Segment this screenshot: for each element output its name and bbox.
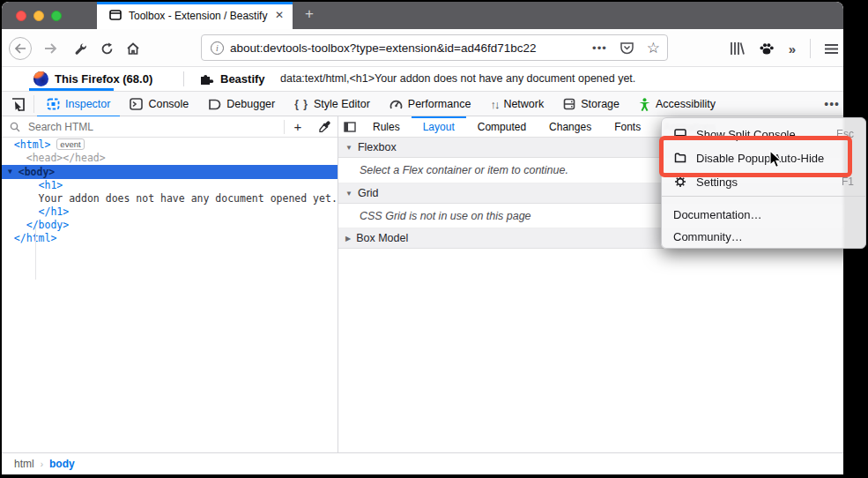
node-h1-open[interactable]: <h1> xyxy=(2,179,338,192)
devtools-tabs: Inspector Console Debugger { } Style xyxy=(37,92,725,116)
menu-separator xyxy=(662,196,865,197)
forward-button[interactable] xyxy=(39,37,62,60)
tab-network[interactable]: ↑↓ Network xyxy=(480,92,553,116)
url-bar[interactable]: i about:devtools-toolbox?type=extension&… xyxy=(201,34,668,61)
page-actions-icon[interactable]: ••• xyxy=(592,41,607,55)
inspector-markup-panel: + <html> event <head></head> ▼ <body> <h… xyxy=(2,116,338,453)
menu-item-documentation[interactable]: Documentation… xyxy=(662,203,865,226)
breadcrumb-body[interactable]: body xyxy=(49,458,75,470)
addon-puzzle-icon xyxy=(199,71,214,86)
toolbar-separator xyxy=(810,39,811,58)
search-html-row: + xyxy=(2,116,338,138)
breadcrumb: html › body xyxy=(2,452,843,474)
runtime-target-label[interactable]: This Firefox (68.0) xyxy=(55,72,152,86)
home-icon[interactable] xyxy=(122,37,145,60)
sidebar-tab-computed[interactable]: Computed xyxy=(466,116,538,137)
sidebar-toggle-icon[interactable] xyxy=(338,116,361,137)
tab-close-icon[interactable]: ✕ xyxy=(275,9,284,21)
event-badge[interactable]: event xyxy=(56,138,84,150)
toolbox-tab-icon xyxy=(109,10,122,20)
tab-bar: Toolbox - Extension / Beastify ✕ + xyxy=(2,2,843,29)
mac-close-button[interactable] xyxy=(16,11,26,21)
hamburger-menu-icon[interactable] xyxy=(825,43,838,55)
wrench-icon[interactable] xyxy=(69,37,92,60)
mac-minimize-button[interactable] xyxy=(33,11,44,21)
tab-storage[interactable]: Storage xyxy=(553,92,629,116)
page-info-icon[interactable]: i xyxy=(211,41,224,55)
devtools-more-icon[interactable]: ••• xyxy=(824,97,840,111)
navigation-toolbar: i about:devtools-toolbox?type=extension&… xyxy=(2,29,843,67)
devtools-toolbar: Inspector Console Debugger { } Style xyxy=(2,92,843,116)
runtime-bar: This Firefox (68.0) Beastify data:text/h… xyxy=(2,67,843,92)
tab-debugger[interactable]: Debugger xyxy=(198,92,285,116)
tab-performance[interactable]: Performance xyxy=(380,92,481,116)
mac-zoom-button[interactable] xyxy=(51,11,62,21)
tab-console[interactable]: Console xyxy=(120,92,198,116)
node-body-close[interactable]: </body> xyxy=(2,219,338,232)
tab-accessibility[interactable]: Accessibility xyxy=(629,92,725,116)
sidebar-tab-layout[interactable]: Layout xyxy=(412,116,466,137)
markup-tree: <html> event <head></head> ▼ <body> <h1>… xyxy=(2,138,338,245)
search-html-input[interactable] xyxy=(28,121,284,133)
addon-document-url: data:text/html,<h1>Your addon does not h… xyxy=(280,72,635,85)
eyedropper-icon[interactable] xyxy=(311,121,338,132)
add-node-button[interactable]: + xyxy=(285,119,311,134)
library-icon[interactable] xyxy=(730,41,745,56)
paw-extension-icon[interactable] xyxy=(759,41,775,56)
gear-icon xyxy=(673,176,687,188)
node-html-open[interactable]: <html> event xyxy=(2,138,338,152)
mouse-cursor xyxy=(768,150,784,169)
runtime-active-indicator xyxy=(29,88,114,91)
pocket-icon[interactable] xyxy=(619,41,634,56)
devtools-separator xyxy=(33,95,34,113)
search-icon xyxy=(2,122,28,132)
style-editor-icon: { } xyxy=(294,98,308,110)
browser-tab[interactable]: Toolbox - Extension / Beastify ✕ xyxy=(97,2,293,29)
new-tab-button[interactable]: + xyxy=(305,5,314,23)
sidebar-tab-rules[interactable]: Rules xyxy=(361,116,412,137)
console-icon xyxy=(130,98,143,110)
sidebar-tab-changes[interactable]: Changes xyxy=(538,116,603,137)
breadcrumb-html[interactable]: html xyxy=(14,458,34,470)
inspector-icon xyxy=(47,98,60,110)
storage-icon xyxy=(563,98,575,110)
active-tab-indicator xyxy=(97,2,293,4)
bookmark-star-icon[interactable]: ☆ xyxy=(647,39,660,57)
url-text[interactable]: about:devtools-toolbox?type=extension&id… xyxy=(230,41,565,55)
back-button[interactable] xyxy=(9,37,32,60)
element-picker-icon[interactable] xyxy=(9,95,28,113)
reload-icon[interactable] xyxy=(95,37,118,60)
node-body-selected[interactable]: ▼ <body> xyxy=(2,165,338,179)
node-h1-close[interactable]: </h1> xyxy=(2,205,338,219)
twisty-open-icon[interactable]: ▼ xyxy=(8,168,12,176)
box-model-twisty-icon[interactable]: ▶ xyxy=(345,235,351,243)
breadcrumb-separator-icon: › xyxy=(41,459,43,469)
flexbox-twisty-icon[interactable]: ▼ xyxy=(345,144,352,152)
tab-title: Toolbox - Extension / Beastify xyxy=(129,10,267,22)
node-h1-text[interactable]: Your addon does not have any document op… xyxy=(2,192,338,205)
indent-guide xyxy=(35,227,36,280)
runtime-separator xyxy=(183,71,184,86)
url-fade xyxy=(535,41,565,55)
node-html-close[interactable]: </html> xyxy=(2,232,338,245)
sidebar-tab-fonts[interactable]: Fonts xyxy=(603,116,652,137)
performance-icon xyxy=(389,98,403,110)
firefox-logo xyxy=(33,71,48,86)
tab-inspector[interactable]: Inspector xyxy=(37,92,120,116)
accessibility-icon xyxy=(639,98,650,111)
grid-twisty-icon[interactable]: ▼ xyxy=(345,190,352,198)
screenshot-stage: Toolbox - Extension / Beastify ✕ + xyxy=(0,0,868,478)
network-icon: ↑↓ xyxy=(490,98,498,111)
menu-item-community[interactable]: Community… xyxy=(662,225,865,248)
node-head[interactable]: <head></head> xyxy=(2,152,338,165)
addon-name: Beastify xyxy=(220,72,265,86)
tab-style-editor[interactable]: { } Style Editor xyxy=(285,92,380,116)
annotation-highlight-box xyxy=(659,136,852,177)
debugger-icon xyxy=(208,99,221,110)
overflow-chevron-icon[interactable]: » xyxy=(789,41,796,56)
